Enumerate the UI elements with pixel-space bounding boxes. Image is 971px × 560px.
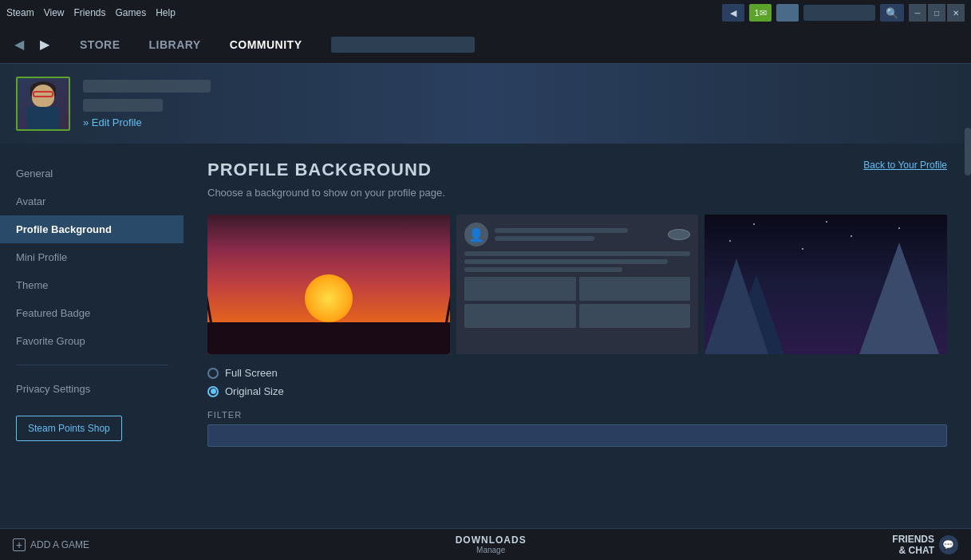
section-title: PROFILE BACKGROUND xyxy=(207,160,947,180)
friends-chat-label: FRIENDS & CHAT xyxy=(892,534,934,556)
titlebar-notification[interactable]: 1✉ xyxy=(749,4,772,22)
back-arrow[interactable]: ◀ xyxy=(10,35,29,54)
size-options: Full Screen Original Size xyxy=(207,367,947,397)
sidebar-item-profile-background[interactable]: Profile Background xyxy=(0,215,184,243)
mountain-2 xyxy=(859,243,939,354)
sidebar-item-general[interactable]: General xyxy=(0,160,184,187)
mock-line-5 xyxy=(464,267,623,272)
titlebar-search[interactable]: 🔍 xyxy=(880,4,904,22)
radio-original[interactable] xyxy=(207,386,219,397)
titlebar-username xyxy=(803,5,875,21)
bottom-bar: + ADD A GAME DOWNLOADS Manage FRIENDS & … xyxy=(0,528,971,560)
avatar-glasses xyxy=(33,91,53,97)
filter-label: FILTER xyxy=(207,410,947,420)
mountain-1 xyxy=(705,258,768,354)
edit-profile-link[interactable]: » Edit Profile xyxy=(83,116,211,128)
titlebar-avatar[interactable] xyxy=(776,4,799,22)
mock-lines-right xyxy=(495,228,662,241)
mock-line-3 xyxy=(464,251,691,256)
menu-help[interactable]: Help xyxy=(156,7,176,18)
profile-name-blur xyxy=(83,80,211,93)
steam-points-button[interactable]: Steam Points Shop xyxy=(16,416,122,441)
friends-chat-button[interactable]: FRIENDS & CHAT 💬 xyxy=(892,534,958,556)
sidebar-item-theme[interactable]: Theme xyxy=(0,271,184,299)
scrollbar-thumb[interactable] xyxy=(965,128,971,175)
mock-card-3 xyxy=(464,304,576,328)
close-button[interactable]: ✕ xyxy=(947,4,965,22)
sidebar-item-mini-profile[interactable]: Mini Profile xyxy=(0,243,184,271)
downloads-section[interactable]: DOWNLOADS Manage xyxy=(456,534,527,554)
size-option-fullscreen[interactable]: Full Screen xyxy=(207,367,947,379)
star-3 xyxy=(898,227,900,229)
sun-scene xyxy=(207,215,450,354)
scrollbar[interactable] xyxy=(965,128,971,528)
minimize-button[interactable]: ─ xyxy=(909,4,926,22)
profile-header: » Edit Profile xyxy=(0,64,971,144)
bg-thumb-profile-mockup[interactable]: 👤 xyxy=(456,215,699,354)
mock-card-4 xyxy=(579,304,691,328)
downloads-title: DOWNLOADS xyxy=(456,534,527,546)
mock-card-1 xyxy=(464,277,576,301)
profile-avatar xyxy=(16,77,70,131)
sun-element xyxy=(305,274,353,322)
main-content: General Avatar Profile Background Mini P… xyxy=(0,144,971,544)
profile-subname-blur xyxy=(83,99,163,112)
sidebar-item-avatar[interactable]: Avatar xyxy=(0,187,184,215)
titlebar-back-btn[interactable]: ◀ xyxy=(722,4,744,22)
tab-community[interactable]: COMMUNITY xyxy=(217,32,315,57)
navbar: ◀ ▶ STORE LIBRARY COMMUNITY xyxy=(0,26,971,64)
titlebar-left: Steam View Friends Games Help xyxy=(6,7,176,18)
fullscreen-label: Full Screen xyxy=(225,367,278,379)
bg-thumb-sunset[interactable] xyxy=(207,215,450,354)
menu-games[interactable]: Games xyxy=(116,7,147,18)
friends-label-line2: & CHAT xyxy=(892,545,934,556)
mock-grid xyxy=(464,277,691,328)
sidebar: General Avatar Profile Background Mini P… xyxy=(0,144,184,544)
forward-arrow[interactable]: ▶ xyxy=(35,35,54,54)
sidebar-item-featured-badge[interactable]: Featured Badge xyxy=(0,299,184,327)
avatar-image xyxy=(18,78,69,129)
mock-toggle xyxy=(668,229,690,240)
mock-line-4 xyxy=(464,259,668,264)
star-5 xyxy=(826,221,827,223)
titlebar: Steam View Friends Games Help ◀ 1✉ 🔍 ─ □… xyxy=(0,0,971,26)
nav-tabs: STORE LIBRARY COMMUNITY xyxy=(67,32,315,57)
add-game-label: ADD A GAME xyxy=(30,539,89,550)
sidebar-divider xyxy=(16,365,168,365)
menu-friends[interactable]: Friends xyxy=(73,7,105,18)
sidebar-item-favorite-group[interactable]: Favorite Group xyxy=(0,327,184,355)
radio-fullscreen[interactable] xyxy=(207,368,219,379)
window-controls: ─ □ ✕ xyxy=(909,4,965,22)
mock-line-1 xyxy=(495,228,629,233)
back-to-profile-link[interactable]: Back to Your Profile xyxy=(863,160,947,171)
section-description: Choose a background to show on your prof… xyxy=(207,187,947,199)
mock-header: 👤 xyxy=(464,223,691,246)
maximize-button[interactable]: □ xyxy=(928,4,945,22)
star-4 xyxy=(802,248,803,250)
tab-store[interactable]: STORE xyxy=(67,32,132,57)
bg-thumb-mountain[interactable] xyxy=(705,215,947,354)
size-option-original[interactable]: Original Size xyxy=(207,385,947,397)
edit-label[interactable]: Edit Profile xyxy=(92,116,142,128)
titlebar-right: ◀ 1✉ 🔍 ─ □ ✕ xyxy=(722,4,965,22)
add-game-button[interactable]: + ADD A GAME xyxy=(13,538,89,551)
radio-inner-dot xyxy=(211,388,216,394)
ground-element xyxy=(207,322,450,354)
add-game-plus-icon: + xyxy=(13,538,26,551)
tab-library[interactable]: LIBRARY xyxy=(136,32,213,57)
mock-card-2 xyxy=(579,277,691,301)
friends-chat-icon: 💬 xyxy=(939,535,958,554)
filter-input[interactable] xyxy=(207,424,947,447)
original-size-label: Original Size xyxy=(225,385,284,397)
profile-mockup: 👤 xyxy=(456,215,699,336)
notification-count: 1 xyxy=(754,8,759,18)
profile-info: » Edit Profile xyxy=(83,80,211,128)
menu-steam[interactable]: Steam xyxy=(6,7,34,18)
nav-username-blur xyxy=(331,37,475,53)
titlebar-menu: Steam View Friends Games Help xyxy=(6,7,176,18)
sidebar-item-privacy[interactable]: Privacy Settings xyxy=(0,375,184,403)
downloads-sub: Manage xyxy=(456,546,527,554)
avatar-body xyxy=(27,107,59,129)
menu-view[interactable]: View xyxy=(44,7,65,18)
friends-label-line1: FRIENDS xyxy=(892,534,934,545)
